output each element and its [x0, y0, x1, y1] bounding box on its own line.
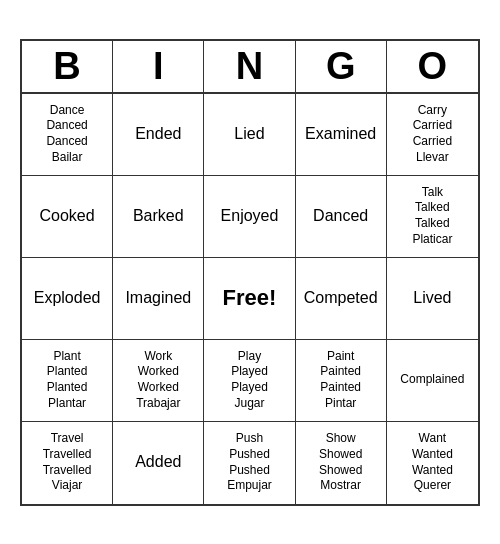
bingo-cell-21: Added [113, 422, 204, 504]
bingo-cell-6: Barked [113, 176, 204, 258]
bingo-cell-0: DanceDancedDancedBailar [22, 94, 113, 176]
bingo-cell-19: Complained [387, 340, 478, 422]
header-letter-o: O [387, 41, 478, 92]
bingo-cell-3: Examined [296, 94, 387, 176]
bingo-cell-12: Free! [204, 258, 295, 340]
bingo-cell-13: Competed [296, 258, 387, 340]
bingo-card: BINGO DanceDancedDancedBailarEndedLiedEx… [20, 39, 480, 506]
header-letter-b: B [22, 41, 113, 92]
bingo-cell-16: WorkWorkedWorkedTrabajar [113, 340, 204, 422]
bingo-grid: DanceDancedDancedBailarEndedLiedExamined… [22, 94, 478, 504]
header-letter-n: N [204, 41, 295, 92]
bingo-cell-9: TalkTalkedTalkedPlaticar [387, 176, 478, 258]
bingo-cell-4: CarryCarriedCarriedLlevar [387, 94, 478, 176]
bingo-cell-22: PushPushedPushedEmpujar [204, 422, 295, 504]
header-letter-g: G [296, 41, 387, 92]
bingo-cell-10: Exploded [22, 258, 113, 340]
bingo-cell-17: PlayPlayedPlayedJugar [204, 340, 295, 422]
bingo-cell-23: ShowShowedShowedMostrar [296, 422, 387, 504]
bingo-cell-5: Cooked [22, 176, 113, 258]
bingo-cell-24: WantWantedWantedQuerer [387, 422, 478, 504]
bingo-cell-18: PaintPaintedPaintedPintar [296, 340, 387, 422]
bingo-cell-2: Lied [204, 94, 295, 176]
bingo-cell-20: TravelTravelledTravelledViajar [22, 422, 113, 504]
bingo-cell-11: Imagined [113, 258, 204, 340]
bingo-cell-15: PlantPlantedPlantedPlantar [22, 340, 113, 422]
bingo-cell-7: Enjoyed [204, 176, 295, 258]
bingo-cell-1: Ended [113, 94, 204, 176]
bingo-cell-8: Danced [296, 176, 387, 258]
header-letter-i: I [113, 41, 204, 92]
bingo-header: BINGO [22, 41, 478, 94]
bingo-cell-14: Lived [387, 258, 478, 340]
